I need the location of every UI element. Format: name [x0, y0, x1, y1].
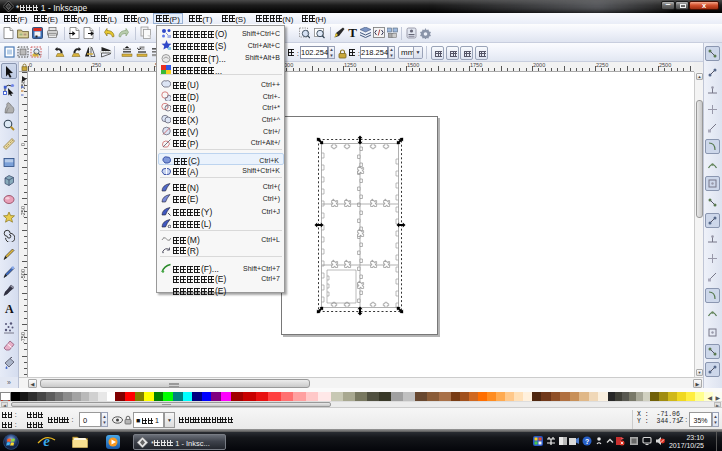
- svg-text:?: ?: [585, 438, 589, 445]
- svg-text:A: A: [5, 302, 14, 315]
